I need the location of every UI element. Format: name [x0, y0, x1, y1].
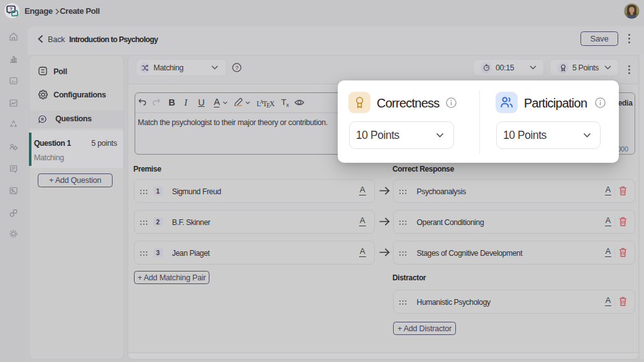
svg-text:A+: A+: [11, 80, 16, 84]
svg-text:?: ?: [235, 65, 238, 71]
